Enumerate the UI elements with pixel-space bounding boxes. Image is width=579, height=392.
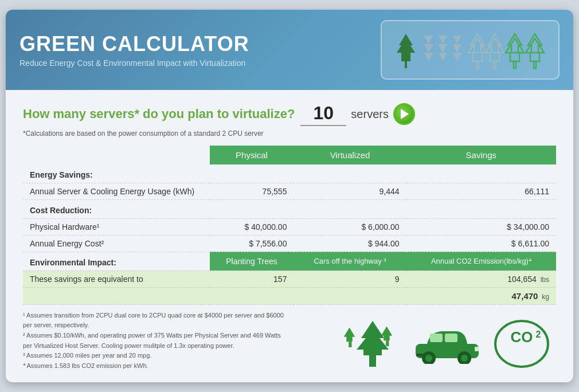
svg-marker-22 (528, 34, 542, 53)
cost-row2-label: Annual Energy Cost² (23, 235, 210, 252)
svg-text:CO: CO (511, 328, 533, 346)
col-header-savings: Savings (406, 146, 556, 164)
svg-marker-8 (439, 53, 447, 61)
svg-rect-14 (476, 61, 479, 68)
col-header-label (23, 146, 210, 164)
env-co2-lbs-unit: lbs (541, 276, 549, 284)
energy-physical: 75,555 (210, 183, 294, 199)
cost-section-row: Cost Reduction: (23, 199, 556, 218)
env-col-cars: Cars off the highway ³ (294, 252, 406, 271)
svg-marker-19 (508, 34, 522, 53)
energy-row-label: Annual Server & Cooling Energy Usage (kW… (23, 183, 210, 199)
svg-marker-29 (381, 326, 393, 340)
env-co2-kg-unit: kg (542, 293, 549, 301)
svg-rect-32 (430, 334, 443, 342)
kg-row: 47,470 kg (23, 287, 556, 304)
energy-virtualized: 9,444 (294, 183, 406, 199)
bottom-section: ¹ Assumes transition from 2CPU dual core… (23, 311, 556, 371)
env-row-label: These savings are equivalent to (23, 271, 210, 287)
cost-row2: Annual Energy Cost² $ 7,556.00 $ 944.00 … (23, 235, 556, 252)
env-co2-lbs: 104,654 lbs (406, 271, 556, 287)
svg-marker-4 (424, 44, 433, 53)
svg-rect-26 (369, 355, 376, 367)
cost1-virtualized: $ 6,000.00 (294, 218, 406, 235)
svg-marker-7 (439, 44, 447, 53)
app-subtitle: Reduce Energy Cost & Environmental Impac… (19, 58, 249, 68)
env-co2-kg: 47,470 kg (406, 287, 556, 304)
svg-marker-15 (486, 38, 504, 61)
svg-marker-12 (468, 38, 487, 61)
svg-marker-10 (453, 44, 461, 53)
svg-marker-27 (344, 327, 355, 342)
equivalent-row: These savings are equivalent to 157 9 10… (23, 271, 556, 287)
tree-logo-icon (390, 27, 550, 73)
server-count[interactable]: 10 (300, 103, 346, 126)
svg-rect-2 (405, 61, 407, 68)
cost1-savings: $ 34,000.00 (406, 218, 556, 235)
car-icon (413, 324, 482, 364)
svg-text:2: 2 (536, 330, 541, 339)
question-text: How many servers* do you plan to virtual… (23, 107, 295, 121)
energy-section-title: Energy Savings: (23, 164, 556, 183)
car-icon-container (413, 318, 482, 370)
env-col-planting: Planting Trees (210, 252, 294, 271)
calculate-button[interactable] (393, 103, 415, 125)
svg-marker-6 (439, 36, 447, 44)
env-section-header: Environmental Impact: Planting Trees Car… (23, 252, 556, 271)
footnote-3: ³ Assumes 12,000 miles per year and 20 m… (23, 351, 287, 361)
header-logo (381, 20, 560, 80)
footnote-2: ² Assumes $0.10/kWh, and operating power… (23, 331, 287, 351)
svg-rect-23 (534, 61, 536, 68)
header-text: GREEN CALCULATOR Reduce Energy Cost & En… (19, 32, 249, 68)
svg-rect-30 (386, 340, 389, 346)
cost1-physical: $ 40,000.00 (210, 218, 294, 235)
svg-point-37 (461, 355, 468, 362)
co2-icon-container: CO 2 (487, 318, 556, 370)
cost-row1-label: Physical Hardware¹ (23, 218, 210, 235)
header: GREEN CALCULATOR Reduce Energy Cost & En… (6, 10, 573, 90)
energy-data-row: Annual Server & Cooling Energy Usage (kW… (23, 183, 556, 199)
svg-rect-28 (349, 342, 351, 347)
co2-circle-icon: CO 2 (490, 318, 553, 370)
energy-section-row: Energy Savings: (23, 164, 556, 183)
svg-rect-17 (494, 61, 496, 68)
cost2-savings: $ 6,611.00 (406, 235, 556, 252)
env-trees: 157 (210, 271, 294, 287)
cost2-physical: $ 7,556.00 (210, 235, 294, 252)
svg-marker-21 (526, 38, 544, 61)
calculator-card: GREEN CALCULATOR Reduce Energy Cost & En… (6, 10, 573, 383)
main-content: How many servers* do you plan to virtual… (6, 90, 573, 383)
col-header-virtualized: Virtualized (294, 146, 406, 164)
question-row: How many servers* do you plan to virtual… (23, 103, 556, 126)
svg-marker-18 (506, 38, 524, 61)
col-header-physical: Physical (210, 146, 294, 164)
svg-rect-20 (514, 61, 516, 68)
icons-row: CO 2 (292, 311, 556, 371)
svg-marker-3 (424, 36, 433, 44)
app-title: GREEN CALCULATOR (19, 32, 249, 56)
trees-icon (344, 318, 401, 370)
svg-rect-33 (445, 334, 457, 342)
table-header-row: Physical Virtualized Savings (23, 146, 556, 164)
env-section-title: Environmental Impact: (23, 252, 210, 271)
svg-rect-38 (475, 347, 479, 351)
svg-marker-9 (453, 36, 461, 44)
svg-marker-13 (471, 34, 484, 53)
svg-marker-5 (424, 53, 433, 61)
footnote-1: ¹ Assumes transition from 2CPU dual core… (23, 311, 287, 331)
server-input-line: 10 servers (300, 103, 415, 126)
cost-section-title: Cost Reduction: (23, 199, 556, 218)
energy-savings: 66,111 (406, 183, 556, 199)
svg-rect-39 (416, 354, 425, 356)
env-col-co2: Annual CO2 Emission(lbs/kg)⁴ (406, 252, 556, 271)
env-cars: 9 (294, 271, 406, 287)
cost-row1: Physical Hardware¹ $ 40,000.00 $ 6,000.0… (23, 218, 556, 235)
cost2-virtualized: $ 944.00 (294, 235, 406, 252)
calc-table: Physical Virtualized Savings Energy Savi… (23, 146, 556, 305)
server-label: servers (351, 108, 389, 121)
trees-icon-container (338, 318, 407, 370)
footnote-top: *Calculations are based on the power con… (23, 130, 556, 138)
footnote-4: ⁴ Assumes 1.583 lbs CO2 emission per kWh… (23, 361, 287, 371)
svg-marker-16 (488, 34, 502, 53)
footnotes: ¹ Assumes transition from 2CPU dual core… (23, 311, 292, 371)
